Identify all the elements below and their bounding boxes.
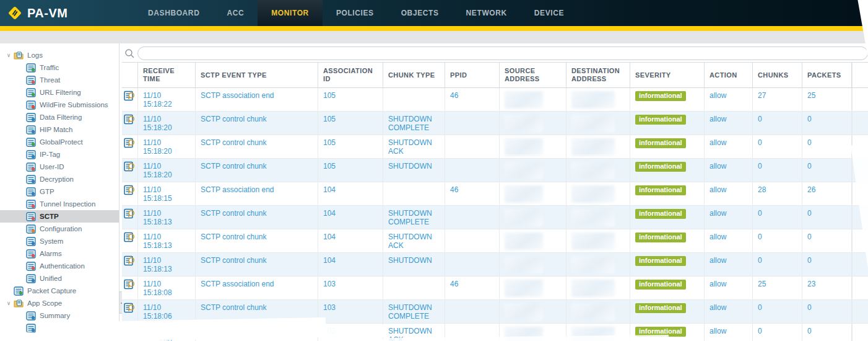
cell-receive-time[interactable]: 11/10 15:18:13	[138, 229, 196, 253]
cell-chunks[interactable]: 0	[753, 112, 802, 135]
cell-receive-time[interactable]: 11/10 15:18:13	[138, 253, 196, 277]
cell-receive-time[interactable]: 11/10 15:18:08	[138, 277, 196, 300]
cell-sctp-event-type[interactable]: SCTP control chunk	[196, 206, 318, 229]
cell-action[interactable]: allow	[705, 300, 753, 324]
severity-badge[interactable]: informational	[635, 115, 686, 125]
cell-sctp-event-type[interactable]: SCTP control chunk	[196, 253, 318, 277]
tab-objects[interactable]: OBJECTS	[388, 0, 453, 26]
cell-sctp-event-type[interactable]: SCTP control chunk	[196, 159, 318, 182]
cell-receive-time[interactable]: 11/10 15:18:20	[138, 135, 196, 159]
log-detail-icon[interactable]	[124, 303, 136, 313]
tab-acc[interactable]: ACC	[213, 0, 258, 26]
cell-action[interactable]: allow	[705, 229, 753, 253]
cell-association-id[interactable]: 104	[318, 253, 383, 277]
severity-badge[interactable]: informational	[635, 162, 686, 172]
tab-monitor[interactable]: MONITOR	[258, 0, 323, 26]
cell-action[interactable]: allow	[705, 277, 753, 300]
cell-chunks[interactable]: 0	[753, 300, 802, 324]
cell-action[interactable]: allow	[705, 324, 753, 341]
cell-packets[interactable]: 0	[802, 206, 852, 229]
log-detail-icon[interactable]	[124, 138, 136, 148]
cell-packets[interactable]: 0	[802, 159, 852, 182]
cell-chunks[interactable]: 0	[753, 253, 802, 277]
tab-policies[interactable]: POLICIES	[323, 0, 388, 26]
cell-chunk-type[interactable]: SHUTDOWN	[383, 159, 445, 182]
sidebar-item-hip-match[interactable]: HIP Match	[0, 123, 119, 136]
sidebar-item-logs[interactable]: ∨Logs	[0, 49, 119, 61]
cell-action[interactable]: allow	[705, 253, 753, 277]
cell-packets[interactable]: 0	[802, 324, 852, 341]
log-detail-icon[interactable]	[124, 91, 136, 101]
cell-action[interactable]: allow	[705, 206, 753, 229]
log-detail-icon[interactable]	[124, 232, 136, 242]
severity-badge[interactable]: informational	[635, 185, 686, 195]
cell-chunk-type[interactable]: SHUTDOWN COMPLETE	[383, 206, 445, 229]
severity-badge[interactable]: informational	[635, 303, 686, 313]
sidebar-item-user-id[interactable]: User-ID	[0, 161, 119, 173]
sidebar-item-app-scope[interactable]: ∨App Scope	[0, 297, 119, 309]
cell-packets[interactable]: 23	[802, 277, 852, 300]
sidebar-item-packet-capture[interactable]: Packet Capture	[0, 285, 119, 297]
column-header-chunks[interactable]: CHUNKS	[753, 63, 802, 87]
cell-chunk-type[interactable]: SHUTDOWN	[383, 253, 445, 277]
severity-badge[interactable]: informational	[635, 209, 686, 219]
cell-association-id[interactable]: 105	[318, 135, 383, 159]
cell-sctp-event-type[interactable]: SCTP association end	[196, 182, 318, 206]
sidebar-item-ip-tag[interactable]: IP-Tag	[0, 148, 119, 161]
severity-badge[interactable]: informational	[635, 232, 686, 242]
severity-badge[interactable]: informational	[635, 91, 686, 101]
cell-chunks[interactable]: 27	[753, 88, 802, 112]
log-detail-icon[interactable]	[124, 255, 136, 266]
severity-badge[interactable]: informational	[635, 280, 686, 290]
cell-ppid[interactable]: 46	[445, 182, 500, 206]
column-header-sctp-event-type[interactable]: SCTP EVENT TYPE	[196, 63, 318, 87]
cell-chunk-type[interactable]: SHUTDOWN COMPLETE	[383, 112, 445, 135]
cell-action[interactable]: allow	[705, 159, 753, 182]
cell-packets[interactable]: 0	[802, 229, 852, 253]
cell-action[interactable]: allow	[705, 112, 753, 135]
cell-association-id[interactable]: 105	[318, 112, 383, 135]
cell-packets[interactable]: 0	[802, 300, 852, 324]
cell-packets[interactable]: 26	[802, 182, 852, 206]
log-detail-icon[interactable]	[124, 208, 136, 219]
cell-action[interactable]: allow	[705, 135, 753, 159]
sidebar-item-globalprotect[interactable]: GlobalProtect	[0, 136, 119, 148]
sidebar-item-url-filtering[interactable]: URL Filtering	[0, 86, 119, 99]
tab-dashboard[interactable]: DASHBOARD	[134, 0, 213, 26]
sidebar-item-alarms[interactable]: Alarms	[0, 247, 119, 260]
cell-receive-time[interactable]: 11/10 15:18:20	[138, 112, 196, 135]
sidebar-item-summary[interactable]: Summary	[0, 309, 119, 322]
log-detail-icon[interactable]	[124, 279, 136, 290]
sidebar-item-tunnel-inspection[interactable]: Tunnel Inspection	[0, 198, 119, 210]
cell-chunks[interactable]: 0	[753, 135, 802, 159]
cell-association-id[interactable]: 105	[318, 88, 383, 112]
sidebar-item-authentication[interactable]: Authentication	[0, 260, 119, 272]
cell-sctp-event-type[interactable]: SCTP control chunk	[196, 112, 318, 135]
column-header-receive-time[interactable]: RECEIVE TIME	[138, 63, 196, 87]
cell-receive-time[interactable]: 11/10 15:18:13	[138, 206, 196, 229]
cell-receive-time[interactable]: 11/10 15:18:22	[138, 88, 196, 112]
cell-sctp-event-type[interactable]: SCTP association end	[196, 277, 318, 300]
cell-receive-time[interactable]: 11/10 15:18:15	[138, 182, 196, 206]
cell-association-id[interactable]: 103	[318, 300, 383, 324]
cell-chunks[interactable]: 28	[753, 182, 802, 206]
cell-chunk-type[interactable]: SHUTDOWN COMPLETE	[383, 300, 445, 324]
cell-packets[interactable]: 0	[802, 135, 852, 159]
severity-badge[interactable]: informational	[635, 256, 686, 266]
sidebar-item-gtp[interactable]: GTP	[0, 185, 119, 198]
cell-chunks[interactable]: 0	[753, 206, 802, 229]
cell-chunk-type[interactable]: SHUTDOWN ACK	[383, 135, 445, 159]
column-header-association-id[interactable]: ASSOCIATION ID	[318, 63, 383, 87]
cell-chunk-type[interactable]: SHUTDOWN ACK	[383, 229, 445, 253]
tab-network[interactable]: NETWORK	[453, 0, 521, 26]
column-header-packets[interactable]: PACKETS	[802, 63, 852, 87]
cell-chunks[interactable]: 0	[753, 229, 802, 253]
log-detail-icon[interactable]	[124, 114, 136, 125]
sidebar-item-configuration[interactable]: Configuration	[0, 223, 119, 235]
cell-chunks[interactable]: 0	[753, 159, 802, 182]
chevron-down-icon[interactable]: ∨	[5, 52, 12, 58]
sidebar-item-traffic[interactable]: Traffic	[0, 61, 119, 74]
column-header-action[interactable]: ACTION	[705, 63, 753, 87]
cell-sctp-event-type[interactable]: SCTP control chunk	[196, 229, 318, 253]
chevron-down-icon[interactable]: ∨	[5, 300, 12, 306]
